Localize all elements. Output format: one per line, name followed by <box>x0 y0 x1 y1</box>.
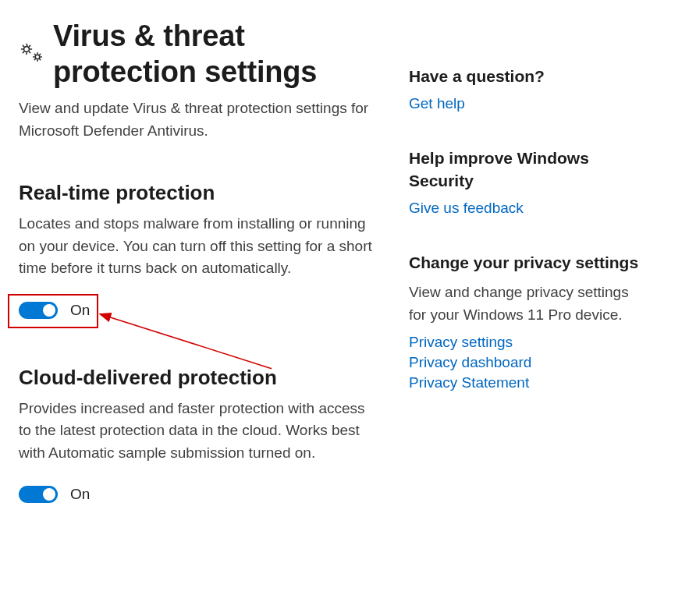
svg-point-0 <box>24 47 30 52</box>
privacy-text: View and change privacy settings for you… <box>409 281 643 326</box>
side-privacy: Change your privacy settings View and ch… <box>409 252 643 391</box>
realtime-title: Real-time protection <box>19 181 378 205</box>
cloud-toggle-state: On <box>70 486 90 503</box>
question-title: Have a question? <box>409 65 643 87</box>
privacy-settings-link[interactable]: Privacy settings <box>409 334 643 351</box>
page-subtitle: View and update Virus & threat protectio… <box>19 97 378 142</box>
cloud-toggle[interactable] <box>19 486 58 503</box>
side-question: Have a question? Get help <box>409 65 643 112</box>
page-title: Virus & threat protection settings <box>53 19 378 90</box>
section-realtime-protection: Real-time protection Locates and stops m… <box>19 181 378 319</box>
privacy-dashboard-link[interactable]: Privacy dashboard <box>409 354 643 371</box>
side-improve: Help improve Windows Security Give us fe… <box>409 147 643 217</box>
section-cloud-protection: Cloud-delivered protection Provides incr… <box>19 366 378 504</box>
cloud-title: Cloud-delivered protection <box>19 366 378 390</box>
improve-title: Help improve Windows Security <box>409 147 643 192</box>
svg-point-1 <box>35 55 40 59</box>
get-help-link[interactable]: Get help <box>409 95 643 112</box>
cloud-description: Provides increased and faster protection… <box>19 398 378 465</box>
privacy-title: Change your privacy settings <box>409 252 643 274</box>
realtime-description: Locates and stops malware from installin… <box>19 213 378 280</box>
realtime-toggle-state: On <box>70 302 90 319</box>
give-feedback-link[interactable]: Give us feedback <box>409 200 643 217</box>
privacy-statement-link[interactable]: Privacy Statement <box>409 374 643 391</box>
settings-gears-icon <box>19 19 45 64</box>
realtime-toggle[interactable] <box>19 302 58 319</box>
